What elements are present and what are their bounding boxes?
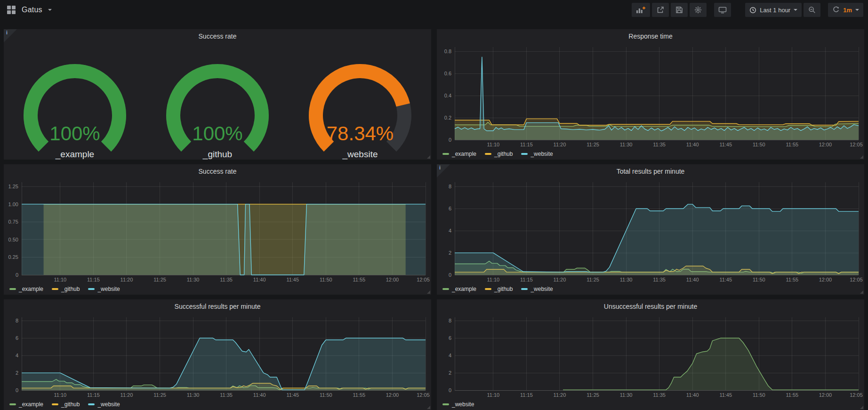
chevron-down-icon[interactable] (48, 9, 52, 11)
legend-item-_example[interactable]: _example (442, 286, 476, 292)
grid-icon[interactable] (7, 5, 16, 15)
legend-item-_github[interactable]: _github (485, 151, 513, 157)
svg-text:11:40: 11:40 (253, 392, 266, 398)
legend-swatch (442, 153, 449, 155)
gauge-arc: 78.34%_website (289, 43, 431, 160)
legend-item-_example[interactable]: _example (442, 151, 476, 157)
share-button[interactable] (652, 3, 669, 17)
svg-text:11:55: 11:55 (786, 142, 799, 147)
tv-mode-button[interactable] (714, 3, 731, 17)
gauge-label: _github (202, 149, 232, 160)
chart-legend: _example_github_website (4, 400, 431, 410)
clock-icon (749, 7, 756, 14)
gauge-_website: 78.34%_website (289, 43, 431, 160)
legend-swatch (521, 153, 528, 155)
refresh-interval-label: 1m (843, 7, 852, 14)
svg-text:11:45: 11:45 (719, 277, 732, 282)
gauge-label: _example (55, 149, 94, 160)
svg-text:11:50: 11:50 (320, 277, 332, 282)
panel-resize-handle[interactable] (427, 290, 430, 294)
svg-text:11:15: 11:15 (87, 392, 100, 398)
svg-text:12:00: 12:00 (386, 392, 399, 398)
chart-canvas[interactable]: 11:1011:1511:2011:2511:3011:3511:4011:45… (437, 43, 864, 149)
panel-title[interactable]: Success rate (4, 164, 431, 178)
save-button[interactable] (671, 3, 688, 17)
panel-response-time: Response time 11:1011:1511:2011:2511:301… (437, 29, 864, 160)
legend-label: _website (452, 401, 474, 408)
legend-item-_example[interactable]: _example (9, 401, 43, 408)
save-icon (675, 6, 683, 14)
svg-text:11:50: 11:50 (753, 277, 765, 282)
panel-resize-handle[interactable] (427, 155, 430, 159)
navbar: Gatus (0, 0, 868, 20)
svg-text:0: 0 (449, 137, 451, 143)
chart-canvas[interactable]: 11:1011:1511:2011:2511:3011:3511:4011:45… (437, 314, 864, 400)
svg-text:0: 0 (449, 272, 451, 278)
legend-item-_website[interactable]: _website (442, 401, 474, 408)
svg-text:11:25: 11:25 (153, 392, 166, 398)
panel-info-icon[interactable]: i (4, 29, 17, 42)
refresh-button[interactable]: 1m (828, 3, 863, 17)
svg-text:11:40: 11:40 (686, 277, 699, 282)
panel-resize-handle[interactable] (427, 406, 430, 409)
svg-text:11:25: 11:25 (587, 277, 599, 282)
legend-label: _website (530, 151, 553, 157)
time-range-button[interactable]: Last 1 hour (745, 3, 802, 17)
svg-text:11:30: 11:30 (187, 392, 200, 398)
legend-item-_website[interactable]: _website (88, 401, 120, 408)
unsuccessful-results-chart[interactable]: 11:1011:1511:2011:2511:3011:3511:4011:45… (437, 314, 864, 400)
dashboard-title[interactable]: Gatus (22, 6, 42, 14)
panel-title[interactable]: Unsuccessful results per minute (437, 299, 864, 314)
legend-item-_github[interactable]: _github (52, 286, 80, 292)
legend-item-_website[interactable]: _website (521, 151, 553, 157)
legend-item-_example[interactable]: _example (9, 286, 43, 292)
add-panel-button[interactable] (632, 3, 650, 17)
svg-text:11:30: 11:30 (620, 392, 633, 398)
chart-legend: _example_github_website (4, 284, 431, 295)
legend-swatch (521, 288, 528, 290)
legend-label: _website (97, 286, 120, 292)
panel-unsuccessful-results: Unsuccessful results per minute 11:1011:… (437, 299, 864, 410)
panel-title[interactable]: Success rate (4, 29, 431, 43)
svg-text:0.75: 0.75 (8, 219, 18, 225)
svg-text:8: 8 (16, 318, 18, 323)
total-results-chart[interactable]: 11:1011:1511:2011:2511:3011:3511:4011:45… (437, 178, 864, 284)
panel-title[interactable]: Successful results per minute (4, 299, 431, 314)
chart-canvas[interactable]: 11:1011:1511:2011:2511:3011:3511:4011:45… (4, 314, 431, 400)
zoom-out-button[interactable] (804, 3, 820, 17)
svg-text:11:30: 11:30 (620, 277, 633, 282)
chart-canvas[interactable]: 11:1011:1511:2011:2511:3011:3511:4011:45… (437, 178, 864, 284)
svg-text:11:45: 11:45 (719, 392, 732, 398)
panel-resize-handle[interactable] (860, 290, 863, 294)
svg-text:11:45: 11:45 (719, 142, 732, 147)
success-rate-chart[interactable]: 11:1011:1511:2011:2511:3011:3511:4011:45… (4, 178, 431, 284)
svg-text:11:55: 11:55 (353, 392, 366, 398)
legend-item-_github[interactable]: _github (485, 286, 513, 292)
response-time-chart[interactable]: 11:1011:1511:2011:2511:3011:3511:4011:45… (437, 43, 864, 149)
svg-text:8: 8 (449, 318, 451, 323)
svg-text:2: 2 (449, 250, 451, 256)
legend-label: _example (452, 151, 476, 157)
panel-resize-handle[interactable] (860, 155, 863, 159)
panel-title[interactable]: Response time (437, 29, 864, 43)
gauge-_example: 100%_example (4, 43, 145, 160)
gauge-value: 100% (50, 122, 100, 145)
legend-swatch (52, 288, 58, 290)
legend-item-_github[interactable]: _github (52, 401, 80, 408)
settings-button[interactable] (690, 3, 707, 17)
legend-swatch (9, 288, 16, 290)
gauge-_github: 100%_github (147, 43, 288, 160)
panel-resize-handle[interactable] (860, 406, 863, 409)
legend-item-_website[interactable]: _website (88, 286, 120, 292)
chart-canvas[interactable]: 11:1011:1511:2011:2511:3011:3511:4011:45… (4, 178, 431, 284)
svg-text:11:50: 11:50 (753, 142, 765, 147)
panel-title[interactable]: Total results per minute (437, 164, 864, 178)
legend-item-_website[interactable]: _website (521, 286, 553, 292)
panel-success-rate-series: Success rate 11:1011:1511:2011:2511:3011… (4, 164, 431, 295)
successful-results-chart[interactable]: 11:1011:1511:2011:2511:3011:3511:4011:45… (4, 314, 431, 400)
panel-info-icon[interactable]: i (437, 164, 450, 177)
legend-swatch (52, 403, 58, 405)
svg-text:12:00: 12:00 (819, 277, 832, 282)
svg-text:12:05: 12:05 (850, 392, 863, 398)
svg-text:11:35: 11:35 (220, 277, 233, 282)
